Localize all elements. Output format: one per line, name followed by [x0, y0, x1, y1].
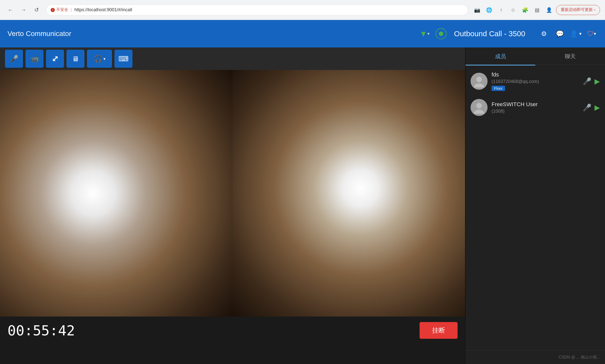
- wifi-icon: ▼: [419, 29, 427, 38]
- member-list: fds (1163720468@qq.com) Floor 🎤 ▶: [466, 65, 605, 351]
- video-button[interactable]: 📹: [25, 50, 43, 68]
- gear-icon: ⚙: [541, 30, 547, 38]
- security-badge: ! 不安全: [50, 7, 68, 12]
- screen-icon: 🖥: [72, 55, 79, 63]
- topbar-actions: ⚙ 💬 👤 ▾ 🛡 ▾: [538, 28, 598, 40]
- bookmark-btn[interactable]: ☆: [508, 5, 518, 15]
- screenshare-button[interactable]: 🖥: [66, 50, 84, 68]
- video-grid: [0, 70, 465, 317]
- headphone-icon: 🎧: [94, 55, 102, 63]
- sidebar-toggle-btn[interactable]: ▤: [532, 5, 542, 15]
- tab-chat[interactable]: 聊天: [535, 48, 605, 65]
- svg-text:!: !: [52, 8, 53, 11]
- chat-icon: 💬: [556, 30, 564, 38]
- fullscreen-icon: ⤢: [52, 54, 58, 63]
- dialpad-button[interactable]: ⌨: [114, 50, 132, 68]
- share-btn[interactable]: ↑: [496, 5, 506, 15]
- record-button[interactable]: [436, 28, 447, 39]
- member-id: (1163720468@qq.com): [492, 79, 579, 84]
- settings-button[interactable]: ⚙: [538, 28, 550, 40]
- sidebar: 成员 聊天 fds (1163720468@qq.com) Floo: [465, 47, 605, 364]
- svg-point-2: [476, 77, 482, 82]
- video-feed-left: [0, 70, 233, 317]
- video-area: 🎤 📹 ⤢ 🖥 🎧 ▾ ⌨: [0, 47, 465, 364]
- topbar-center: ▼ ▾ Outbound Call - 3500 ⚙ 💬 👤 ▾ �: [419, 28, 598, 40]
- call-timer: 00:55:42: [7, 322, 75, 339]
- member-mic-icon: 🎤: [583, 103, 592, 112]
- member-info: fds (1163720468@qq.com) Floor: [492, 71, 579, 91]
- svg-point-3: [474, 83, 484, 87]
- footer-spacer: [0, 344, 465, 364]
- audio-dropdown-icon: ▾: [103, 56, 105, 61]
- hangup-button[interactable]: 挂断: [420, 322, 458, 339]
- call-footer: 00:55:42 挂断: [0, 317, 465, 344]
- translate-btn[interactable]: 🌐: [484, 5, 494, 15]
- reload-button[interactable]: ↺: [31, 4, 42, 15]
- account-btn[interactable]: 👤: [544, 5, 554, 15]
- svg-point-5: [474, 110, 484, 114]
- fullscreen-button[interactable]: ⤢: [46, 50, 64, 68]
- member-controls: 🎤 ▶: [583, 103, 600, 112]
- member-id: (1008): [492, 109, 579, 114]
- person-icon: 👤: [570, 30, 578, 38]
- call-title: Outbound Call - 3500: [454, 29, 525, 38]
- nav-buttons: ← → ↺: [5, 4, 42, 15]
- dialpad-icon: ⌨: [118, 55, 128, 63]
- sidebar-footer: CSDN @.... 南山小雨...: [466, 351, 605, 364]
- url-separator: |: [71, 7, 72, 12]
- floor-badge: Floor: [492, 86, 505, 91]
- avatar: [471, 99, 488, 116]
- tab-members[interactable]: 成员: [466, 48, 535, 65]
- topbar: Verto Communicator ▼ ▾ Outbound Call - 3…: [0, 20, 605, 47]
- wifi-dropdown-icon: ▾: [427, 31, 430, 36]
- list-item: fds (1163720468@qq.com) Floor 🎤 ▶: [466, 67, 605, 95]
- member-info: FreeSWITCH User (1008): [492, 101, 579, 114]
- video-pane-left: [0, 70, 233, 317]
- app-title: Verto Communicator: [7, 30, 419, 38]
- update-button[interactable]: 重新启动即可更新 ›: [556, 5, 600, 15]
- video-feed-right: [233, 70, 465, 317]
- video-pane-right: [233, 70, 465, 317]
- extension-btn[interactable]: 🧩: [520, 5, 530, 15]
- audio-settings-button[interactable]: 🎧 ▾: [87, 50, 112, 68]
- sidebar-tabs: 成员 聊天: [466, 47, 605, 65]
- messages-button[interactable]: 💬: [554, 28, 566, 40]
- avatar: [471, 73, 488, 90]
- mic-icon: 🎤: [10, 55, 18, 63]
- shield-dropdown-icon: ▾: [594, 31, 596, 36]
- url-text: https://localhost:9001/#/incall: [74, 7, 132, 12]
- main-content: 🎤 📹 ⤢ 🖥 🎧 ▾ ⌨: [0, 47, 605, 364]
- svg-point-4: [476, 103, 482, 108]
- shield-icon: 🛡: [587, 30, 594, 38]
- browser-chrome: ← → ↺ ! 不安全 | https://localhost:9001/#/i…: [0, 0, 605, 20]
- forward-button[interactable]: →: [18, 4, 29, 15]
- camera-icon: 📹: [30, 55, 39, 63]
- address-bar[interactable]: ! 不安全 | https://localhost:9001/#/incall: [46, 4, 468, 15]
- member-name: FreeSWITCH User: [492, 101, 579, 108]
- account-menu-button[interactable]: 👤 ▾: [570, 28, 582, 40]
- footer-text: CSDN @.... 南山小雨...: [559, 355, 600, 359]
- browser-actions: 📷 🌐 ↑ ☆ 🧩 ▤ 👤 重新启动即可更新 ›: [472, 5, 600, 15]
- shield-button[interactable]: 🛡 ▾: [586, 28, 598, 40]
- member-mic-icon: 🎤: [583, 77, 592, 85]
- call-toolbar: 🎤 📹 ⤢ 🖥 🎧 ▾ ⌨: [0, 47, 465, 70]
- list-item: FreeSWITCH User (1008) 🎤 ▶: [466, 95, 605, 120]
- app: Verto Communicator ▼ ▾ Outbound Call - 3…: [0, 20, 605, 364]
- member-name: fds: [492, 71, 579, 78]
- camera-btn[interactable]: 📷: [472, 5, 482, 15]
- account-dropdown-icon: ▾: [579, 31, 582, 36]
- mute-button[interactable]: 🎤: [5, 50, 23, 68]
- record-indicator: [439, 31, 443, 36]
- member-controls: 🎤 ▶: [583, 77, 600, 85]
- wifi-button[interactable]: ▼ ▾: [419, 28, 431, 40]
- back-button[interactable]: ←: [5, 4, 16, 15]
- member-cam-icon: ▶: [595, 77, 600, 85]
- member-cam-icon: ▶: [595, 103, 600, 112]
